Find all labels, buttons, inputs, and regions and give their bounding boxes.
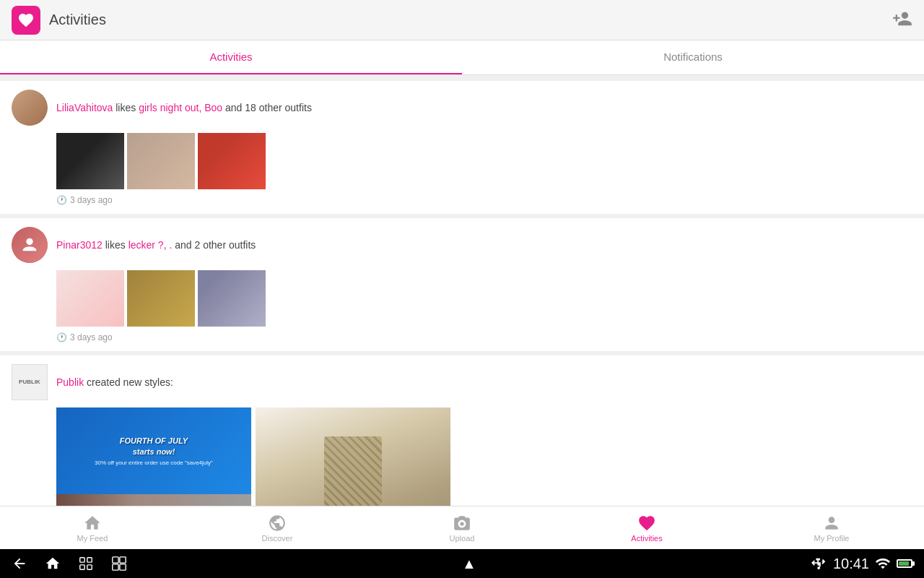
svg-point-1: [460, 522, 463, 525]
timestamp: 🕐 3 days ago: [56, 195, 912, 205]
large-thumbnail[interactable]: [256, 407, 450, 506]
sys-nav-left: [12, 556, 127, 571]
activity-item: LiliaVahitova likes girls night out, Boo…: [0, 81, 924, 214]
thumbnail[interactable]: [56, 133, 124, 189]
activity-text: Pinar3012 likes lecker ?, . and 2 other …: [56, 239, 256, 251]
activity-item: PUBLIK Publik created new styles: FOURTH…: [0, 355, 924, 506]
wifi-icon: [875, 556, 891, 571]
activity-header: LiliaVahitova likes girls night out, Boo…: [12, 90, 912, 126]
nav-item-my-profile[interactable]: My Profile: [739, 506, 924, 549]
activity-header: PUBLIK Publik created new styles:: [12, 364, 912, 400]
home-button[interactable]: [45, 556, 61, 571]
username-link[interactable]: LiliaVahitova: [56, 102, 113, 113]
top-bar: Activities: [0, 0, 924, 40]
activity-text: Publik created new styles:: [56, 376, 173, 388]
svg-point-0: [26, 238, 32, 245]
usb-icon: [811, 556, 827, 571]
back-button[interactable]: [12, 556, 27, 571]
svg-rect-6: [113, 557, 118, 563]
page-title: Activities: [49, 12, 892, 28]
tab-activities[interactable]: Activities: [0, 40, 462, 74]
thumbnail[interactable]: [127, 133, 195, 189]
tab-notifications[interactable]: Notifications: [462, 40, 924, 74]
svg-rect-7: [120, 557, 126, 563]
thumbnail-row: [56, 133, 912, 189]
svg-rect-2: [80, 558, 84, 562]
thumbnail-row: [56, 270, 912, 327]
thumbnail[interactable]: [198, 133, 266, 189]
avatar[interactable]: [12, 90, 48, 126]
nav-item-discover[interactable]: Discover: [185, 506, 370, 549]
outfit-link[interactable]: girls night out, Boo: [139, 102, 222, 113]
nav-item-activities[interactable]: Activities: [554, 506, 739, 549]
username-link[interactable]: Publik: [56, 376, 84, 388]
nav-item-upload[interactable]: Upload: [370, 506, 554, 549]
large-thumbnail-row: FOURTH OF JULYstarts now! 30% off your e…: [56, 407, 912, 506]
system-bar: ▲ 10:41: [0, 549, 924, 578]
timestamp: 🕐 3 days ago: [56, 332, 912, 342]
battery-icon: [897, 559, 912, 568]
add-user-button[interactable]: [892, 9, 912, 32]
activity-header: Pinar3012 likes lecker ?, . and 2 other …: [12, 227, 912, 263]
thumbnail[interactable]: [56, 270, 124, 327]
svg-rect-3: [87, 558, 92, 562]
nav-up-button[interactable]: ▲: [462, 556, 476, 572]
svg-rect-8: [113, 564, 118, 570]
app-icon: [12, 6, 40, 35]
outfit-link[interactable]: lecker ?, .: [128, 239, 173, 251]
sub-tabs: Activities Notifications: [0, 40, 924, 75]
grid-button[interactable]: [111, 556, 127, 571]
bottom-nav: My Feed Discover Upload Activities My Pr…: [0, 506, 924, 549]
svg-rect-4: [80, 565, 84, 569]
thumbnail[interactable]: [127, 270, 195, 327]
system-time: 10:41: [833, 556, 869, 572]
nav-item-my-feed[interactable]: My Feed: [0, 506, 185, 549]
clock-icon: 🕐: [56, 332, 67, 342]
avatar[interactable]: [12, 227, 48, 263]
activity-item: Pinar3012 likes lecker ?, . and 2 other …: [0, 218, 924, 351]
clock-icon: 🕐: [56, 195, 67, 205]
sys-status-right: 10:41: [811, 556, 912, 572]
svg-rect-5: [87, 565, 92, 569]
main-content: LiliaVahitova likes girls night out, Boo…: [0, 75, 924, 506]
svg-rect-9: [120, 564, 126, 570]
activity-text: LiliaVahitova likes girls night out, Boo…: [56, 102, 312, 113]
thumbnail[interactable]: [198, 270, 266, 327]
username-link[interactable]: Pinar3012: [56, 239, 103, 251]
publik-logo[interactable]: PUBLIK: [12, 364, 48, 400]
large-thumbnail[interactable]: FOURTH OF JULYstarts now! 30% off your e…: [56, 407, 251, 506]
recent-apps-button[interactable]: [78, 556, 94, 571]
